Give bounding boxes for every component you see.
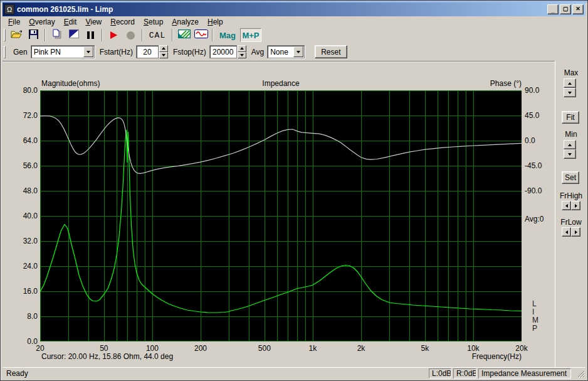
- gen-label: Gen: [13, 48, 28, 56]
- frequency-tick-label: 50: [90, 344, 118, 353]
- left-level-panel: L:0dB: [429, 368, 451, 378]
- save-file-button[interactable]: [26, 28, 41, 42]
- copy-pages-icon: [52, 29, 62, 41]
- mode-panel: Impedance Measurement: [478, 368, 571, 378]
- toolbar-separator: [212, 29, 213, 41]
- minimize-button[interactable]: _: [547, 4, 559, 14]
- toolbar-separator: [142, 29, 143, 41]
- magnitude-tick-label: 80.0: [11, 86, 38, 95]
- magnitude-tick-label: 16.0: [11, 287, 38, 296]
- invert-colors-button[interactable]: [66, 28, 81, 42]
- fstart-spinedit: [136, 45, 168, 58]
- frequency-tick-label: 500: [251, 344, 278, 353]
- phase-tick-label: 45.0: [525, 111, 552, 120]
- magnitude-view-button[interactable]: Mag: [216, 28, 239, 42]
- floppy-disk-icon: [29, 30, 38, 41]
- main-toolbar: CAL Mag M+P: [3, 27, 585, 43]
- pause-icon: [87, 31, 94, 39]
- start-recording-button[interactable]: [106, 28, 122, 42]
- arrow-down-icon: [240, 54, 244, 56]
- menu-record[interactable]: Record: [106, 17, 139, 27]
- fstop-increment-button[interactable]: [238, 45, 246, 52]
- calibrate-button[interactable]: CAL: [146, 28, 169, 42]
- menu-edit[interactable]: Edit: [60, 17, 81, 27]
- arrow-down-icon: [568, 153, 572, 156]
- fit-label: Fit: [566, 113, 574, 122]
- overlay-chart-button[interactable]: [176, 28, 192, 42]
- fit-button[interactable]: Fit: [562, 111, 579, 124]
- toolbar-gripper[interactable]: [4, 46, 6, 58]
- maximize-button[interactable]: ▢: [560, 4, 571, 14]
- signal-generator-button[interactable]: [193, 28, 209, 42]
- frlow-left-button[interactable]: [562, 227, 571, 237]
- arrow-up-icon: [568, 144, 572, 146]
- arrow-down-icon: [162, 54, 165, 56]
- magnitude-tick-label: 8.0: [11, 312, 38, 321]
- limp-application-window: Ω common 261025.lim - Limp _ ▢ ✕ File Ov…: [0, 0, 588, 381]
- frlow-right-button[interactable]: [571, 227, 580, 237]
- set-button[interactable]: Set: [562, 171, 579, 184]
- status-bar: Ready L:0dB R:0dB Impedance Measurement: [3, 367, 585, 378]
- frhigh-right-button[interactable]: [571, 201, 580, 210]
- menu-analyze[interactable]: Analyze: [167, 17, 203, 27]
- max-down-button[interactable]: [564, 88, 576, 97]
- fstop-decrement-button[interactable]: [238, 52, 246, 59]
- phase-axis-title: Phase (°): [40, 79, 522, 88]
- sine-wave-icon: [194, 30, 208, 41]
- right-level-panel: R:0dB: [453, 368, 476, 378]
- copy-button[interactable]: [49, 28, 65, 42]
- frhigh-left-button[interactable]: [562, 201, 571, 210]
- arrow-right-icon: [575, 204, 577, 208]
- fstart-decrement-button[interactable]: [159, 52, 168, 59]
- fstop-input[interactable]: [209, 45, 237, 58]
- toolbar-separator: [172, 29, 173, 41]
- magnitude-phase-view-button[interactable]: M+P: [240, 28, 261, 42]
- stop-recording-button[interactable]: [123, 28, 139, 42]
- impedance_magnitude_ohm: [40, 130, 522, 313]
- menu-help[interactable]: Help: [203, 17, 228, 27]
- menu-file[interactable]: File: [4, 17, 24, 27]
- menu-setup[interactable]: Setup: [139, 17, 167, 27]
- status-text: Ready: [6, 369, 28, 378]
- chevron-down-icon: [297, 51, 300, 53]
- phase-tick-label: -90.0: [525, 186, 552, 195]
- chevron-down-icon: [87, 51, 90, 53]
- toolbar-gripper[interactable]: [4, 29, 6, 41]
- min-up-button[interactable]: [564, 140, 576, 149]
- frequency-tick-label: 200: [187, 344, 214, 353]
- impedance-plot[interactable]: [40, 90, 522, 341]
- open-file-button[interactable]: [9, 28, 24, 42]
- frequency-tick-label: 1k: [299, 344, 327, 353]
- title-bar[interactable]: Ω common 261025.lim - Limp _ ▢ ✕: [3, 3, 585, 16]
- resize-grip[interactable]: [577, 370, 585, 378]
- menu-overlay[interactable]: Overlay: [24, 17, 59, 27]
- limp-watermark: L: [532, 299, 537, 308]
- fstop-spinedit: [209, 45, 246, 58]
- min-down-button[interactable]: [564, 149, 576, 159]
- dropdown-button[interactable]: [83, 46, 93, 57]
- limp-watermark: P: [532, 324, 537, 333]
- pause-button[interactable]: [83, 28, 98, 42]
- set-label: Set: [565, 173, 576, 182]
- averaging-select[interactable]: None: [267, 45, 305, 58]
- magnitude-tick-label: 72.0: [11, 111, 38, 120]
- menu-view[interactable]: View: [81, 17, 106, 27]
- frequency-tick-label: 10k: [459, 344, 487, 353]
- impedance_phase_deg: [40, 116, 522, 174]
- magnitude-tick-label: 40.0: [11, 212, 38, 220]
- fstart-increment-button[interactable]: [159, 45, 168, 52]
- black-white-diagonal-icon: [69, 30, 79, 41]
- magnitude-tick-label: 48.0: [11, 186, 38, 195]
- max-label: Max: [555, 68, 587, 77]
- max-up-button[interactable]: [564, 78, 576, 88]
- phase-tick-label: 90.0: [525, 86, 552, 95]
- mag-label: Mag: [217, 31, 238, 40]
- fstart-input[interactable]: [136, 45, 159, 58]
- dropdown-button[interactable]: [293, 46, 303, 57]
- reset-button[interactable]: Reset: [315, 45, 347, 58]
- toolbar-separator: [102, 29, 103, 41]
- generator-type-select[interactable]: Pink PN: [31, 45, 95, 58]
- fstart-label: Fstart(Hz): [100, 48, 133, 56]
- close-button[interactable]: ✕: [572, 4, 584, 14]
- frequency-tick-label: 5k: [411, 344, 439, 353]
